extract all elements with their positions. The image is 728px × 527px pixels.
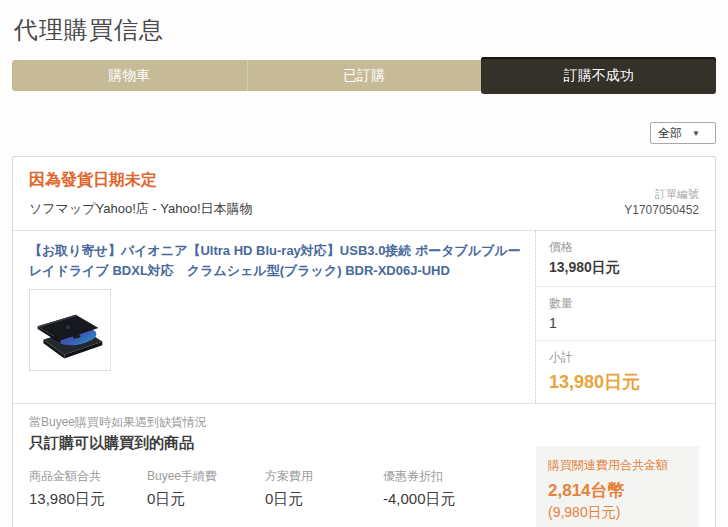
product-main: 【お取り寄せ】パイオニア【Ultra HD Blu-ray対応】USB3.0接続… <box>13 231 535 403</box>
total-item-amount: 商品金額合共 13,980日元 <box>29 468 147 509</box>
grand-total-box: 購買關連費用合共金額 2,814台幣 (9,980日元) <box>536 446 699 527</box>
chevron-down-icon: ▼ <box>692 129 700 138</box>
tab-order-failed[interactable]: 訂購不成功 <box>481 57 716 94</box>
tab-cart[interactable]: 購物車 <box>12 60 247 91</box>
total-value: 0日元 <box>147 490 265 509</box>
availability-note-label: 當Buyee購買時如果遇到缺貨情況 <box>29 414 536 431</box>
footer-left: 當Buyee購買時如果遇到缺貨情況 只訂購可以購買到的商品 商品金額合共 13,… <box>29 414 536 527</box>
total-value: -4,000日元 <box>383 490 501 509</box>
filter-row: 全部 ▼ <box>12 122 716 144</box>
proxy-purchase-page: 代理購買信息 購物車 已訂購 訂購不成功 全部 ▼ 因為發貨日期未定 ソフマップ… <box>0 0 728 527</box>
total-coupon-discount: 優惠券折扣 -4,000日元 <box>383 468 501 509</box>
order-status-tabs: 購物車 已訂購 訂購不成功 <box>12 60 716 91</box>
order-status-message: 因為發貨日期未定 <box>29 170 253 191</box>
total-buyee-fee: Buyee手續費 0日元 <box>147 468 265 509</box>
availability-note: 只訂購可以購買到的商品 <box>29 434 536 453</box>
order-number-value: Y1707050452 <box>624 202 699 218</box>
order-card-header: 因為發貨日期未定 ソフマップYahoo!店 - Yahoo!日本購物 訂單編號 … <box>13 157 715 231</box>
grand-total-label: 購買關連費用合共金額 <box>548 457 687 474</box>
quantity-label: 數量 <box>549 295 703 312</box>
filter-select[interactable]: 全部 ▼ <box>650 122 716 144</box>
total-label: Buyee手續費 <box>147 468 265 485</box>
total-label: 商品金額合共 <box>29 468 147 485</box>
store-name: ソフマップYahoo!店 - Yahoo!日本購物 <box>29 200 253 218</box>
total-label: 優惠券折扣 <box>383 468 501 485</box>
grand-total-jpy: (9,980日元) <box>548 504 687 522</box>
quantity-cell: 數量 1 <box>536 286 715 340</box>
order-header-left: 因為發貨日期未定 ソフマップYahoo!店 - Yahoo!日本購物 <box>29 170 253 218</box>
order-number-block: 訂單編號 Y1707050452 <box>624 187 699 218</box>
subtotal-value: 13,980日元 <box>549 370 703 394</box>
price-value: 13,980日元 <box>549 259 703 277</box>
price-cell: 價格 13,980日元 <box>536 231 715 286</box>
total-value: 13,980日元 <box>29 490 147 509</box>
total-value: 0日元 <box>265 490 383 509</box>
price-column: 價格 13,980日元 數量 1 小計 13,980日元 <box>535 231 715 403</box>
quantity-value: 1 <box>549 315 703 331</box>
product-row: 【お取り寄せ】パイオニア【Ultra HD Blu-ray対応】USB3.0接続… <box>13 231 715 403</box>
price-label: 價格 <box>549 239 703 256</box>
tab-ordered[interactable]: 已訂購 <box>247 60 482 91</box>
filter-selected-value: 全部 <box>658 125 682 142</box>
product-image <box>29 289 111 371</box>
order-number-label: 訂單編號 <box>624 187 699 202</box>
product-title-link[interactable]: 【お取り寄せ】パイオニア【Ultra HD Blu-ray対応】USB3.0接続… <box>29 241 521 280</box>
order-card: 因為發貨日期未定 ソフマップYahoo!店 - Yahoo!日本購物 訂單編號 … <box>12 156 716 527</box>
page-title: 代理購買信息 <box>12 14 716 46</box>
order-card-footer: 當Buyee購買時如果遇到缺貨情況 只訂購可以購買到的商品 商品金額合共 13,… <box>13 403 715 527</box>
subtotal-label: 小計 <box>549 349 703 366</box>
total-plan-fee: 方案費用 0日元 <box>265 468 383 509</box>
total-label: 方案費用 <box>265 468 383 485</box>
totals-row: 商品金額合共 13,980日元 Buyee手續費 0日元 方案費用 0日元 優惠… <box>29 468 536 509</box>
subtotal-cell: 小計 13,980日元 <box>536 340 715 403</box>
grand-total-twd: 2,814台幣 <box>548 479 687 502</box>
bluray-drive-image <box>32 292 108 368</box>
